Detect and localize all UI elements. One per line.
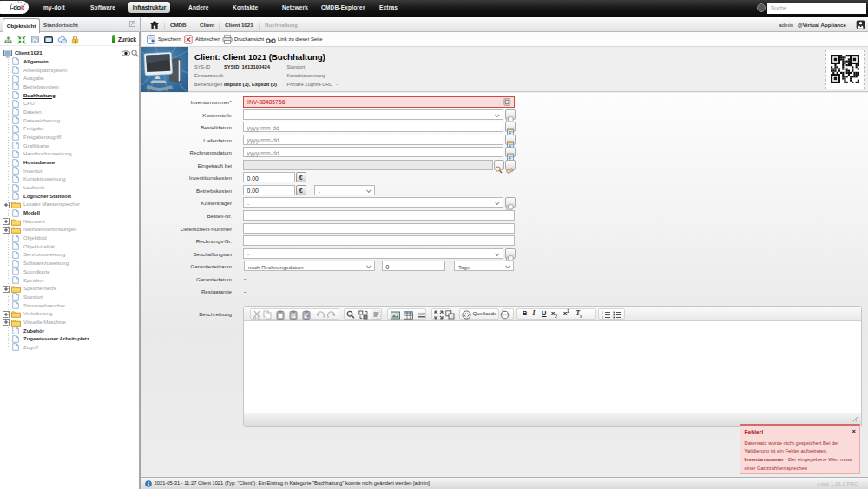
svg-text:W: W: [305, 314, 310, 319]
svg-text:2: 2: [602, 316, 603, 320]
svg-text:1: 1: [602, 311, 603, 314]
